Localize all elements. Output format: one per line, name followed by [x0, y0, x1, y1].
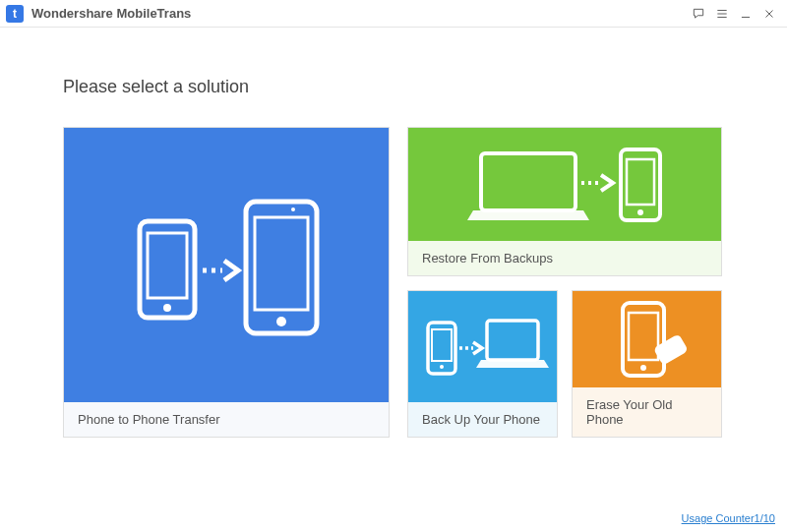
restore-icon — [408, 128, 721, 241]
svg-rect-14 — [487, 321, 538, 360]
titlebar: t Wondershare MobileTrans — [0, 0, 787, 28]
tile-label: Erase Your Old Phone — [573, 387, 721, 437]
svg-rect-1 — [148, 233, 187, 298]
tile-label: Phone to Phone Transfer — [64, 402, 389, 437]
svg-rect-3 — [246, 202, 317, 333]
close-icon — [762, 7, 776, 21]
hamburger-icon — [715, 7, 729, 21]
tile-backup[interactable]: Back Up Your Phone — [407, 290, 558, 438]
speech-bubble-icon — [692, 7, 705, 21]
feedback-button[interactable] — [687, 2, 710, 26]
minimize-button[interactable] — [734, 2, 757, 26]
tile-restore[interactable]: Restore From Backups — [407, 127, 722, 276]
svg-rect-16 — [629, 313, 658, 360]
svg-point-2 — [163, 304, 171, 312]
close-button[interactable] — [757, 2, 781, 26]
minimize-icon — [739, 7, 753, 21]
phone-to-phone-icon — [64, 128, 389, 402]
svg-point-6 — [291, 207, 295, 211]
svg-point-13 — [440, 365, 444, 369]
backup-icon — [408, 291, 557, 402]
svg-point-17 — [640, 365, 646, 371]
erase-icon — [573, 291, 721, 387]
svg-rect-4 — [255, 217, 308, 310]
tile-erase[interactable]: Erase Your Old Phone — [572, 290, 722, 438]
usage-counter-link[interactable]: Usage Counter1/10 — [682, 512, 775, 524]
app-logo-icon: t — [6, 5, 24, 23]
svg-rect-12 — [432, 329, 452, 361]
svg-rect-7 — [481, 153, 575, 210]
tile-label: Back Up Your Phone — [408, 402, 557, 437]
svg-point-5 — [276, 317, 286, 326]
app-title: Wondershare MobileTrans — [31, 6, 191, 21]
menu-button[interactable] — [710, 2, 734, 26]
svg-rect-9 — [627, 159, 654, 205]
tile-label: Restore From Backups — [408, 241, 721, 275]
tile-phone-to-phone[interactable]: Phone to Phone Transfer — [63, 127, 390, 438]
page-heading: Please select a solution — [63, 77, 724, 97]
svg-point-10 — [637, 209, 643, 215]
